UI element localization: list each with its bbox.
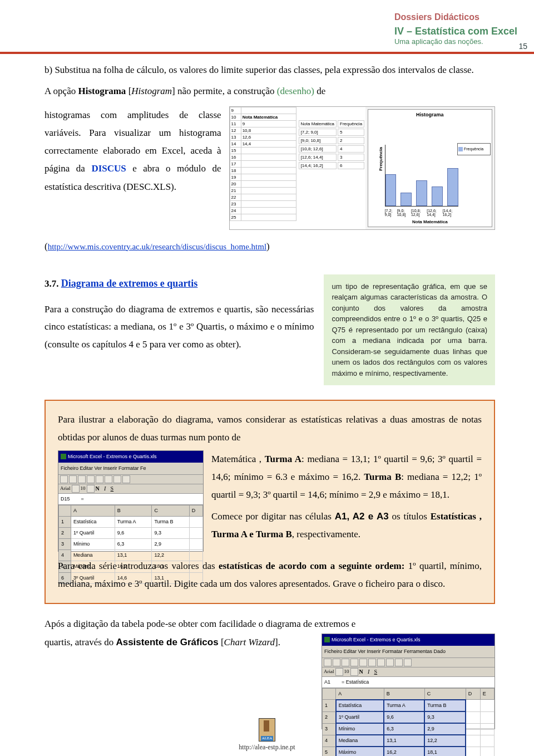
heading-link[interactable]: Diagrama de extremos e quartis xyxy=(61,278,198,289)
page-footer: ALEA http://alea-estp.ine.pt xyxy=(0,718,534,752)
bar-1 xyxy=(385,174,397,206)
para-2g: de xyxy=(317,86,325,96)
bar-2 xyxy=(400,193,412,206)
snap2-toolbar-1 xyxy=(322,658,495,667)
histogram-chart: Histograma Frequência Frequência [7,2; 9… xyxy=(368,109,492,227)
alea-logo: ALEA xyxy=(259,718,275,742)
snap2-toolbar-2: Arial10N I S xyxy=(322,667,495,677)
orange-tutorial-box: Para ilustrar a elaboração do diagrama, … xyxy=(44,400,495,604)
discus-url-line: (http://www.mis.coventry.ac.uk/research/… xyxy=(44,241,495,252)
discus-link[interactable]: DISCUS xyxy=(91,163,126,174)
chart-legend: Frequência xyxy=(457,143,491,155)
header-series: Dossiers Didácticos xyxy=(394,12,517,22)
post-line-1: Após a digitação da tabela pode-se obter… xyxy=(44,615,495,633)
para-1: b) Substitua na folha de cálculo, os val… xyxy=(44,65,474,75)
alea-label: ALEA xyxy=(261,736,273,741)
post-line-2: quartis, através do Assistente de Gráfic… xyxy=(44,634,312,651)
header-title: IV – Estatística com Excel xyxy=(394,26,517,37)
section-3-7-heading: 3.7. Diagrama de extremos e quartis xyxy=(44,274,314,293)
excel-icon xyxy=(61,454,66,459)
orange-p1: Para ilustrar a elaboração do diagrama, … xyxy=(58,411,482,447)
snap1-toolbar-1 xyxy=(58,475,203,484)
chart-ylabel: Frequência xyxy=(378,147,383,171)
heading-number: 3.7. xyxy=(44,278,61,289)
histogram-screenshot: 9 10Nota Matemática 119 1210,8 1312,6 14… xyxy=(229,106,495,230)
excel-screenshot-1: Microsoft Excel - Extremos e Quartis.xls… xyxy=(58,450,204,552)
page-number: 15 xyxy=(518,42,527,51)
orange-p3: Para cada série introduza os valores das… xyxy=(58,557,482,593)
snap1-toolbar-2: Arial10N I S xyxy=(58,484,203,494)
bar-5 xyxy=(447,168,458,206)
para-2e-br: ] não permite, a construção xyxy=(172,86,277,96)
excel-screenshot-2: Microsoft Excel - Extremos e Quartis.xls… xyxy=(322,634,495,729)
definition-box: um tipo de representação gráfica, em que… xyxy=(324,274,495,386)
bar-3 xyxy=(416,180,427,206)
chart-xlabel: Nota Matemática xyxy=(368,219,492,224)
snap2-menu: Ficheiro Editar Ver Inserir Formatar Fer… xyxy=(322,646,495,658)
body-paragraph: A opção Histograma [Histogram] não permi… xyxy=(44,82,495,100)
para-2a: A opção xyxy=(44,86,78,96)
chart-title: Histograma xyxy=(368,112,492,117)
paren-close: ) xyxy=(266,241,270,252)
orange-right-column: Matemática , Turma A: mediana = 13,1; 1º… xyxy=(211,450,482,543)
red-divider xyxy=(0,52,534,54)
discus-url[interactable]: http://www.mis.coventry.ac.uk/research/d… xyxy=(48,242,266,251)
chart-bars xyxy=(385,145,458,207)
body-paragraph: b) Substitua na folha de cálculo, os val… xyxy=(44,61,495,79)
narrow-column: histogramas com amplitudes de classe var… xyxy=(44,106,221,196)
green-word: (desenho) xyxy=(277,86,314,96)
bar-4 xyxy=(432,186,443,206)
footer-url: http://alea-estp.ine.pt xyxy=(0,743,534,752)
section-para: Para a construção do diagrama de extremo… xyxy=(44,301,314,353)
snap1-title: Microsoft Excel - Extremos e Quartis.xls xyxy=(68,452,157,462)
excel-icon xyxy=(324,637,330,642)
header-sub: Uma aplicação das noções. xyxy=(394,37,517,46)
chart-xticks: [7,2; 9,0][9,0; 10,8][10,8; 12,6][12,6; … xyxy=(385,209,458,217)
page-header: Dossiers Didácticos IV – Estatística com… xyxy=(0,0,534,61)
para-2b: Histograma xyxy=(78,86,126,96)
snap2-title: Microsoft Excel - Extremos e Quartis.xls xyxy=(332,635,421,645)
para-2d: Histogram xyxy=(131,86,172,96)
snap1-menu: Ficheiro Editar Ver Inserir Formatar Fe xyxy=(58,463,203,475)
